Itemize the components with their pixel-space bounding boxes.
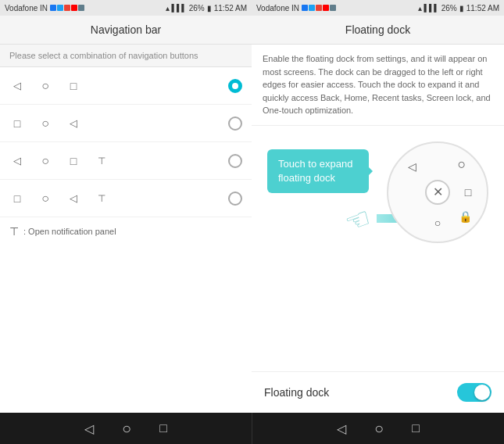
bottom-nav-left: ◁ ○ □ (0, 413, 252, 444)
notif-icon-label: ⊤ (9, 225, 19, 238)
nav-row-3[interactable] (0, 142, 252, 180)
dock-optimize-icon: ○ (427, 212, 449, 234)
left-battery-icon: ▮ (207, 4, 212, 13)
dock-home-icon: ○ (451, 154, 473, 176)
radio-r3[interactable] (228, 154, 242, 168)
square-icon-r4 (9, 191, 25, 206)
bottom-back-icon-right[interactable]: ◁ (337, 421, 346, 436)
toggle-knob (474, 385, 490, 400)
home-icon-r2 (38, 116, 53, 131)
left-notification-icons (50, 5, 84, 11)
right-status-bar: Vodafone IN ▴ ▌▌▌ 26% ▮ 11:52 AM (252, 0, 504, 16)
left-subtitle: Please select a combination of navigatio… (0, 45, 252, 67)
bottom-recent-icon-left[interactable]: □ (159, 421, 167, 435)
left-status-right: ▴ ▌▌▌ 26% ▮ 11:52 AM (166, 4, 247, 13)
left-title: Navigation bar (0, 16, 252, 45)
bottom-home-icon-left[interactable]: ○ (122, 420, 131, 438)
right-status-left: Vodafone IN (256, 4, 336, 13)
back-icon-r2 (66, 116, 81, 131)
notif-label-text: : Open notification panel (23, 227, 116, 236)
dock-inner: ◁ ○ ✕ □ 🔒 ○ (388, 143, 487, 242)
right-wifi-icon: ▴ (418, 4, 422, 13)
dock-recent-icon: □ (457, 181, 479, 203)
right-screen: Vodafone IN ▴ ▌▌▌ 26% ▮ 11:52 AM Floatin… (252, 0, 504, 413)
dock-back-icon: ◁ (401, 156, 423, 177)
dock-lock-icon: 🔒 (454, 206, 476, 227)
floating-description: Enable the floating dock from settings, … (252, 45, 504, 126)
expand-tooltip: Touch to expand floating dock (267, 149, 369, 193)
right-title: Floating dock (252, 16, 504, 45)
floating-dock-toggle-row: Floating dock (252, 371, 504, 413)
dock-preview-area: Touch to expand floating dock ☜ ◁ ○ ✕ □ (252, 126, 504, 372)
floating-dock-toggle-label: Floating dock (264, 386, 329, 399)
nav-row-3-icons (9, 153, 228, 169)
square-icon-r3 (66, 153, 81, 169)
nav-options-list: ⊤ : Open notification panel (0, 67, 252, 413)
back-icon-r1 (9, 78, 25, 94)
bottom-nav-bar: ◁ ○ □ ◁ ○ □ (0, 413, 504, 444)
left-carrier: Vodafone IN (5, 4, 48, 13)
notif-icon-r3 (94, 153, 109, 169)
nav-row-4[interactable] (0, 180, 252, 217)
right-time: 11:52 AM (466, 4, 499, 13)
notif-icon-r4 (94, 191, 109, 206)
bottom-back-icon-left[interactable]: ◁ (84, 421, 94, 436)
radio-r1[interactable] (228, 79, 242, 93)
nav-row-1-icons (9, 78, 228, 94)
right-notification-icons (302, 5, 336, 11)
left-battery-pct: 26% (189, 4, 205, 13)
left-time: 11:52 AM (214, 4, 247, 13)
floating-dock-circle[interactable]: ◁ ○ ✕ □ 🔒 ○ (387, 141, 488, 243)
square-icon-r1 (66, 78, 81, 94)
right-battery-icon: ▮ (459, 4, 464, 13)
right-status-right: ▴ ▌▌▌ 26% ▮ 11:52 AM (418, 4, 499, 13)
bottom-home-icon-right[interactable]: ○ (374, 420, 384, 438)
back-icon-r4 (66, 191, 81, 206)
radio-r2[interactable] (228, 116, 242, 131)
back-icon-r3 (9, 153, 25, 169)
hand-pointer-icon: ☜ (341, 200, 375, 239)
nav-row-4-icons (9, 191, 228, 206)
left-status-bar: Vodafone IN ▴ ▌▌▌ 26% ▮ 11:52 AM (0, 0, 252, 16)
square-icon-r2 (9, 116, 25, 131)
radio-r4[interactable] (228, 192, 242, 206)
right-battery-pct: 26% (441, 4, 457, 13)
nav-row-2[interactable] (0, 105, 252, 142)
bottom-recent-icon-right[interactable]: □ (412, 421, 420, 435)
notification-label: ⊤ : Open notification panel (0, 217, 252, 245)
left-status-left: Vodafone IN (5, 4, 84, 13)
left-wifi-icon: ▴ (166, 4, 170, 13)
nav-row-2-icons (9, 116, 228, 131)
home-icon-r3 (38, 153, 53, 169)
left-signal-icon: ▌▌▌ (172, 4, 187, 12)
nav-row-1[interactable] (0, 67, 252, 105)
right-signal-icon: ▌▌▌ (424, 4, 439, 12)
left-screen: Vodafone IN ▴ ▌▌▌ 26% ▮ 11:52 AM Navigat… (0, 0, 252, 413)
right-carrier: Vodafone IN (256, 4, 299, 13)
dock-close-button[interactable]: ✕ (425, 180, 450, 205)
home-icon-r4 (38, 191, 53, 206)
bottom-nav-right: ◁ ○ □ (252, 413, 504, 444)
floating-dock-toggle[interactable] (457, 383, 491, 402)
home-icon-r1 (38, 78, 53, 94)
